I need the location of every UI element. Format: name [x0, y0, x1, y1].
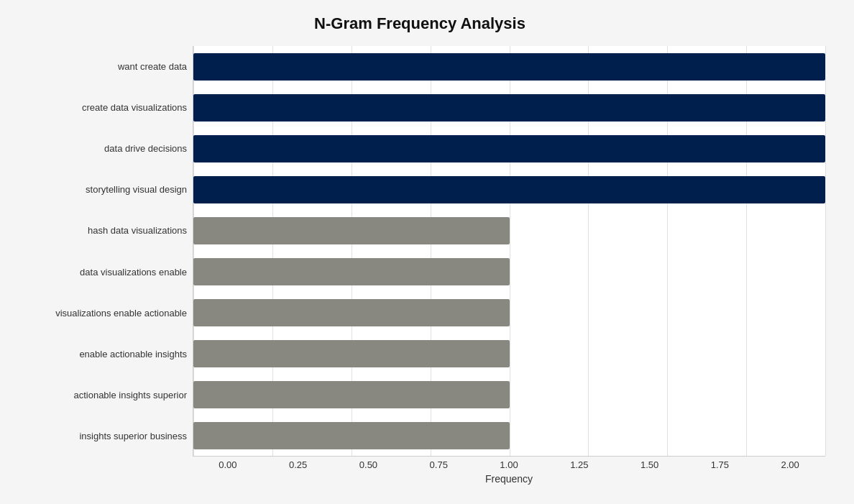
x-tick: 0.75	[403, 459, 474, 470]
y-labels: want create datacreate data visualizatio…	[14, 46, 193, 457]
bars-area	[193, 46, 825, 457]
bar	[193, 299, 510, 326]
bar-row	[193, 169, 825, 210]
bar-row	[193, 87, 825, 128]
chart-area: want create datacreate data visualizatio…	[14, 46, 825, 435]
bar	[193, 53, 825, 81]
bar	[193, 422, 510, 449]
bar-row	[193, 292, 825, 333]
y-label: want create data	[14, 46, 187, 87]
bar	[193, 135, 825, 162]
bar	[193, 258, 510, 285]
y-label: actionable insights superior	[14, 375, 187, 416]
x-tick: 1.50	[615, 459, 685, 470]
bar	[193, 340, 510, 367]
bar	[193, 381, 510, 408]
x-axis: 0.000.250.500.751.001.251.501.752.00	[193, 459, 825, 470]
y-label: data drive decisions	[14, 128, 187, 169]
y-label: storytelling visual design	[14, 169, 187, 210]
bar-row	[193, 128, 825, 169]
bar-row	[193, 210, 825, 251]
x-tick: 0.50	[334, 459, 404, 470]
grid-line	[825, 46, 826, 456]
y-label: insights superior business	[14, 416, 187, 457]
x-tick: 0.25	[263, 459, 334, 470]
bar	[193, 94, 825, 122]
x-tick: 1.75	[684, 459, 755, 470]
bar	[193, 217, 510, 244]
y-label: create data visualizations	[14, 87, 187, 128]
x-tick: 2.00	[755, 459, 825, 470]
y-label: visualizations enable actionable	[14, 293, 187, 334]
chart-container: N-Gram Frequency Analysis want create da…	[0, 0, 854, 504]
bar-row	[193, 46, 825, 87]
chart-title: N-Gram Frequency Analysis	[14, 14, 825, 33]
grid-and-bars: want create datacreate data visualizatio…	[14, 46, 825, 457]
x-axis-label: Frequency	[193, 473, 825, 485]
x-tick: 0.00	[193, 459, 263, 470]
bar	[193, 176, 825, 203]
x-tick: 1.25	[544, 459, 615, 470]
bar-row	[193, 415, 825, 456]
x-tick: 1.00	[474, 459, 544, 470]
y-label: enable actionable insights	[14, 334, 187, 375]
bar-row	[193, 333, 825, 374]
y-label: data visualizations enable	[14, 252, 187, 293]
bar-row	[193, 251, 825, 292]
y-label: hash data visualizations	[14, 210, 187, 251]
bar-row	[193, 374, 825, 415]
